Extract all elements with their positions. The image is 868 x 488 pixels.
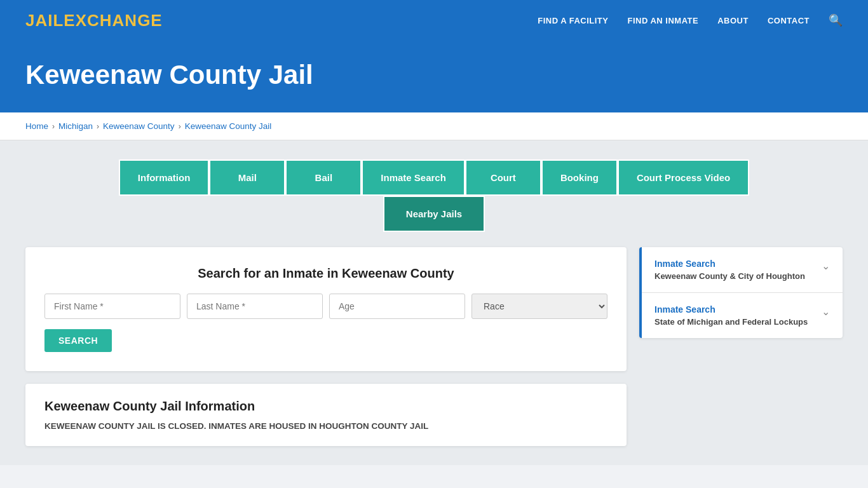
site-header: JAILEXCHANGE FIND A FACILITY FIND AN INM… bbox=[0, 0, 868, 41]
breadcrumb-sep-3: › bbox=[179, 122, 181, 131]
nav-find-inmate[interactable]: FIND AN INMATE bbox=[627, 16, 698, 25]
tab-inmate-search[interactable]: Inmate Search bbox=[362, 159, 465, 196]
breadcrumb-sep-2: › bbox=[97, 122, 99, 131]
inmate-search-card: Search for an Inmate in Keweenaw County … bbox=[25, 247, 627, 371]
site-logo[interactable]: JAILEXCHANGE bbox=[25, 11, 163, 30]
logo-jail: JAIL bbox=[25, 11, 64, 30]
sidebar-item-2-content: Inmate Search State of Michigan and Fede… bbox=[654, 304, 822, 327]
nav-find-facility[interactable]: FIND A FACILITY bbox=[538, 16, 608, 25]
hero-banner: Keweenaw County Jail bbox=[0, 41, 868, 112]
sidebar-item-1-subtitle: Keweenaw County & City of Houghton bbox=[654, 271, 822, 281]
search-icon[interactable]: 🔍 bbox=[829, 13, 843, 27]
info-body: KEWEENAW COUNTY JAIL IS CLOSED. INMATES … bbox=[44, 421, 607, 431]
tab-booking[interactable]: Booking bbox=[541, 159, 618, 196]
breadcrumb-michigan[interactable]: Michigan bbox=[58, 121, 93, 131]
tab-court[interactable]: Court bbox=[465, 159, 541, 196]
breadcrumb-current[interactable]: Keweenaw County Jail bbox=[185, 121, 272, 131]
tab-bail[interactable]: Bail bbox=[285, 159, 362, 196]
sidebar-item-1-content: Inmate Search Keweenaw County & City of … bbox=[654, 259, 822, 281]
sidebar-item-2[interactable]: Inmate Search State of Michigan and Fede… bbox=[642, 293, 843, 338]
sidebar-item-1[interactable]: Inmate Search Keweenaw County & City of … bbox=[642, 247, 843, 293]
breadcrumb-bar: Home › Michigan › Keweenaw County › Kewe… bbox=[0, 112, 868, 140]
left-column: Search for an Inmate in Keweenaw County … bbox=[25, 247, 627, 446]
tab-mail[interactable]: Mail bbox=[209, 159, 285, 196]
logo-exchange: EXCHANGE bbox=[64, 11, 162, 30]
breadcrumb-keweenaw-county[interactable]: Keweenaw County bbox=[103, 121, 175, 131]
last-name-input[interactable] bbox=[187, 294, 323, 319]
breadcrumb-sep-1: › bbox=[52, 122, 55, 131]
tab-information[interactable]: Information bbox=[119, 159, 210, 196]
search-button[interactable]: SEARCH bbox=[44, 329, 112, 352]
chevron-down-icon-1: ⌄ bbox=[822, 260, 830, 272]
tab-nearby-jails[interactable]: Nearby Jails bbox=[383, 196, 485, 232]
main-nav: FIND A FACILITY FIND AN INMATE ABOUT CON… bbox=[538, 13, 843, 27]
race-select[interactable]: Race White Black Hispanic Asian Other bbox=[471, 294, 607, 319]
sidebar-item-2-subtitle: State of Michigan and Federal Lockups bbox=[654, 317, 822, 327]
info-card: Keweenaw County Jail Information KEWEENA… bbox=[25, 384, 627, 446]
tabs-row-1: Information Mail Bail Inmate Search Cour… bbox=[25, 159, 843, 196]
sidebar-card: Inmate Search Keweenaw County & City of … bbox=[639, 247, 843, 338]
age-input[interactable] bbox=[329, 294, 465, 319]
nav-contact[interactable]: CONTACT bbox=[768, 16, 810, 25]
nav-about[interactable]: ABOUT bbox=[717, 16, 749, 25]
search-form: Race White Black Hispanic Asian Other bbox=[44, 294, 607, 319]
search-title: Search for an Inmate in Keweenaw County bbox=[44, 266, 607, 281]
sidebar: Inmate Search Keweenaw County & City of … bbox=[639, 247, 843, 338]
sidebar-item-2-title: Inmate Search bbox=[654, 304, 822, 315]
page-title: Keweenaw County Jail bbox=[25, 60, 843, 90]
chevron-down-icon-2: ⌄ bbox=[822, 306, 830, 318]
breadcrumb-home[interactable]: Home bbox=[25, 121, 48, 131]
sidebar-item-1-title: Inmate Search bbox=[654, 259, 822, 269]
first-name-input[interactable] bbox=[44, 294, 180, 319]
breadcrumb: Home › Michigan › Keweenaw County › Kewe… bbox=[25, 121, 843, 131]
content-area: Information Mail Bail Inmate Search Cour… bbox=[0, 140, 868, 465]
tabs-row-2: Nearby Jails bbox=[25, 196, 843, 232]
tab-court-process-video[interactable]: Court Process Video bbox=[618, 159, 749, 196]
info-title: Keweenaw County Jail Information bbox=[44, 399, 607, 414]
